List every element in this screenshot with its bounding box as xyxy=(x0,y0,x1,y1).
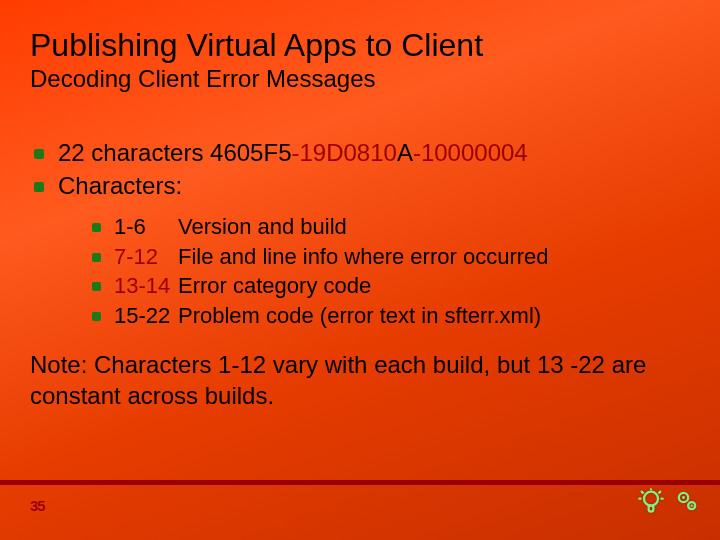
range: 1-6 xyxy=(114,212,178,242)
page-number: 35 xyxy=(30,497,45,514)
list-item: 13-14 Error category code xyxy=(92,271,690,301)
svg-point-3 xyxy=(682,496,685,499)
main-list: 22 characters 4605F5-19D0810A-10000004 C… xyxy=(30,137,690,202)
range: 7-12 xyxy=(114,242,178,272)
errorcode-line: 22 characters 4605F5-19D0810A-10000004 xyxy=(30,137,690,169)
page-subtitle: Decoding Client Error Messages xyxy=(30,65,690,93)
svg-point-4 xyxy=(691,505,693,507)
errorcode-suffix: -10000004 xyxy=(413,139,528,166)
list-item: 7-12 File and line info where error occu… xyxy=(92,242,690,272)
errorcode-mid-b: A xyxy=(397,139,413,166)
desc: Version and build xyxy=(178,212,347,242)
list-item: 1-6 Version and build xyxy=(92,212,690,242)
desc: Problem code (error text in sfterr.xml) xyxy=(178,301,541,331)
footer-rule xyxy=(0,480,720,485)
character-breakdown: 1-6 Version and build 7-12 File and line… xyxy=(92,212,690,331)
list-item: 15-22 Problem code (error text in sfterr… xyxy=(92,301,690,331)
footer: 35 xyxy=(0,480,720,508)
errorcode-prefix: 22 characters 4605F5 xyxy=(58,139,291,166)
lightbulb-icon xyxy=(636,486,666,516)
slide: Publishing Virtual Apps to Client Decodi… xyxy=(0,0,720,540)
range: 15-22 xyxy=(114,301,178,331)
svg-point-0 xyxy=(644,492,658,506)
desc: Error category code xyxy=(178,271,371,301)
characters-label: Characters: xyxy=(30,170,690,202)
errorcode-mid-a: -19D0810 xyxy=(291,139,396,166)
note: Note: Characters 1-12 vary with each bui… xyxy=(30,349,690,411)
range: 13-14 xyxy=(114,271,178,301)
desc: File and line info where error occurred xyxy=(178,242,549,272)
page-title: Publishing Virtual Apps to Client xyxy=(30,28,690,63)
gears-icon xyxy=(672,486,702,516)
footer-icons xyxy=(636,486,702,516)
